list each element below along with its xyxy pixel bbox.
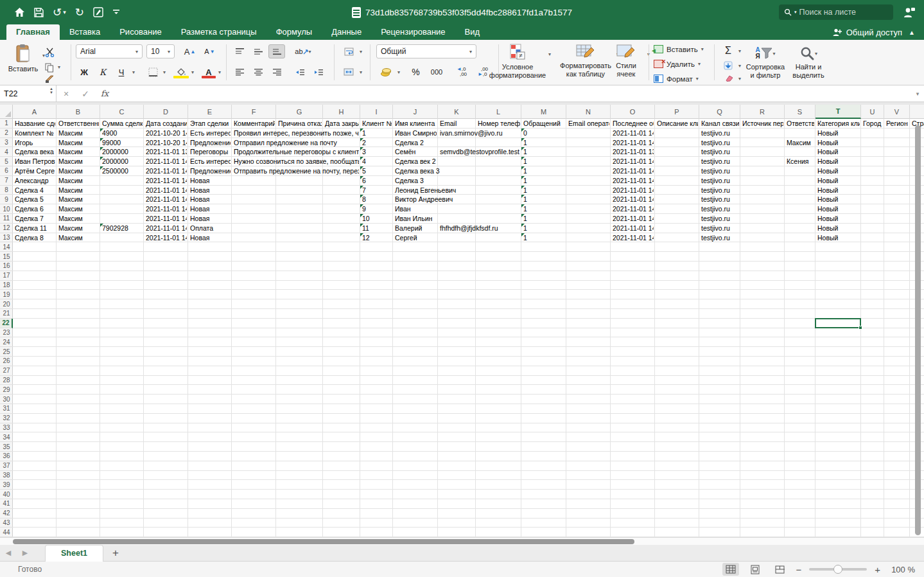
row-header-30[interactable]: 30	[0, 395, 13, 404]
cell-K4[interactable]: semvdb@testovprofile.test	[438, 147, 520, 157]
row-header-33[interactable]: 33	[0, 423, 13, 433]
cell-C5[interactable]: 2000000	[100, 157, 143, 166]
cell-C6[interactable]: 2500000	[100, 166, 143, 176]
grow-font-button[interactable]: A▲	[181, 44, 198, 58]
cell-J12[interactable]: Валерий	[393, 224, 437, 233]
cell-B10[interactable]: Максим	[57, 204, 99, 214]
cell-A2[interactable]: Комплект №	[13, 129, 55, 138]
cell-H1[interactable]: Дата закры	[323, 119, 359, 129]
cell-D5[interactable]: 2021-11-01 14	[144, 157, 187, 166]
align-bottom-button[interactable]	[268, 44, 285, 58]
cell-Q11[interactable]: testjivo.ru	[699, 214, 739, 224]
cell-M11[interactable]: 1	[521, 214, 565, 224]
fill-button[interactable]	[720, 58, 736, 73]
cell-C3[interactable]: 99000	[100, 138, 143, 148]
cell-E10[interactable]: Новая	[188, 204, 231, 214]
cell-B13[interactable]: Максим	[57, 233, 99, 243]
clear-dropdown-icon[interactable]: ▾	[738, 76, 741, 82]
undo-dropdown-icon[interactable]: ▾	[63, 9, 66, 15]
wrap-text-button[interactable]	[340, 44, 357, 58]
undo-icon[interactable]: ↺▾	[53, 6, 66, 19]
merge-center-button[interactable]	[340, 65, 357, 79]
prev-sheet-icon[interactable]: ◀	[0, 549, 17, 557]
cell-S1[interactable]: Ответстве	[785, 119, 814, 129]
cell-O9[interactable]: 2021-11-01 14:24:10	[611, 195, 654, 204]
column-header-P[interactable]: P	[655, 105, 699, 119]
column-header-U[interactable]: U	[861, 105, 884, 119]
row-header-41[interactable]: 41	[0, 499, 13, 509]
cell-D1[interactable]: Дата создания	[144, 119, 187, 129]
cell-I2[interactable]: 1	[360, 129, 392, 138]
cell-I10[interactable]: 9	[360, 204, 392, 214]
row-header-21[interactable]: 21	[0, 309, 13, 319]
column-header-A[interactable]: A	[13, 105, 57, 119]
cell-E2[interactable]: Есть интерес	[188, 129, 231, 138]
cell-T3[interactable]: Новый	[815, 138, 860, 148]
cell-E7[interactable]: Новая	[188, 176, 231, 186]
format-painter-button[interactable]	[42, 73, 57, 85]
cell-Q1[interactable]: Канал связи	[699, 119, 739, 129]
conditional-formatting-button[interactable]: ≠ ▾ Условноеформатирование	[485, 44, 550, 80]
cell-I1[interactable]: Клиент №	[360, 119, 392, 129]
cell-E5[interactable]: Есть интерес	[188, 157, 231, 166]
row-header-24[interactable]: 24	[0, 337, 13, 347]
row-header-2[interactable]: 2	[0, 129, 13, 138]
underline-dropdown-icon[interactable]: ▾	[132, 69, 135, 75]
cell-M13[interactable]: 1	[521, 233, 565, 243]
increase-indent-button[interactable]	[310, 65, 327, 79]
cell-I8[interactable]: 7	[360, 186, 392, 195]
column-header-G[interactable]: G	[276, 105, 323, 119]
cell-F2[interactable]: Проявил интерес, перезвонить позже, чт	[232, 129, 359, 138]
cell-O12[interactable]: 2021-11-01 14:30:14	[611, 224, 654, 233]
fill-color-dropdown-icon[interactable]: ▾	[191, 69, 194, 75]
cell-O3[interactable]: 2021-11-01 14:14:10	[611, 138, 654, 148]
row-header-4[interactable]: 4	[0, 147, 13, 157]
cell-E13[interactable]: Новая	[188, 233, 231, 243]
cell-K2[interactable]: ivan.smirnov@jivo.ru	[438, 129, 520, 138]
copy-dropdown-icon[interactable]: ▾	[58, 64, 60, 70]
row-header-23[interactable]: 23	[0, 328, 13, 338]
column-header-Q[interactable]: Q	[699, 105, 740, 119]
row-header-1[interactable]: 1	[0, 119, 13, 129]
column-header-M[interactable]: M	[521, 105, 566, 119]
copy-button[interactable]	[42, 60, 57, 75]
selected-cell-T22[interactable]	[815, 318, 861, 328]
draw-edit-icon[interactable]	[93, 7, 103, 17]
column-header-K[interactable]: K	[438, 105, 476, 119]
increase-decimal-button[interactable]: ◄,0,00	[452, 65, 471, 79]
cell-B11[interactable]: Максим	[57, 214, 99, 224]
name-box[interactable]: T22 ▲▼	[0, 85, 57, 102]
cell-M6[interactable]: 1	[521, 166, 565, 176]
cell-J1[interactable]: Имя клиента	[393, 119, 437, 129]
font-size-select[interactable]: 10▾	[146, 44, 175, 58]
orientation-button[interactable]: ab▾	[292, 44, 315, 58]
cell-T13[interactable]: Новый	[815, 233, 860, 243]
cell-T1[interactable]: Категория кли	[815, 119, 860, 129]
column-header-R[interactable]: R	[740, 105, 785, 119]
cell-M1[interactable]: Обращений	[521, 119, 565, 129]
column-header-F[interactable]: F	[232, 105, 276, 119]
cell-F3[interactable]: Отправил предложение на почту	[232, 138, 359, 148]
cell-T7[interactable]: Новый	[815, 176, 860, 186]
accounting-dropdown-icon[interactable]: ▾	[397, 69, 400, 75]
paste-button[interactable]: Вставить ▾	[6, 44, 40, 73]
row-header-36[interactable]: 36	[0, 452, 13, 461]
cell-T4[interactable]: Новый	[815, 147, 860, 157]
comma-style-button[interactable]: 000	[426, 65, 447, 79]
cell-D12[interactable]: 2021-11-01 14	[144, 224, 187, 233]
row-header-15[interactable]: 15	[0, 252, 13, 262]
font-color-button[interactable]: A	[200, 65, 217, 79]
cell-D6[interactable]: 2021-11-01 14	[144, 166, 187, 176]
percent-style-button[interactable]: %	[407, 65, 424, 79]
next-sheet-icon[interactable]: ▶	[17, 549, 33, 557]
cell-P1[interactable]: Описание кли	[655, 119, 698, 129]
cell-Q10[interactable]: testjivo.ru	[699, 204, 739, 214]
cell-O2[interactable]: 2021-11-01 14:14:10	[611, 129, 654, 138]
cell-I11[interactable]: 10	[360, 214, 392, 224]
cell-E4[interactable]: Переговоры	[188, 147, 231, 157]
cell-I5[interactable]: 4	[360, 157, 392, 166]
cell-E6[interactable]: Предложение	[188, 166, 231, 176]
row-header-42[interactable]: 42	[0, 509, 13, 519]
cell-I9[interactable]: 8	[360, 195, 392, 204]
cell-O5[interactable]: 2021-11-01 14:09:13	[611, 157, 654, 166]
